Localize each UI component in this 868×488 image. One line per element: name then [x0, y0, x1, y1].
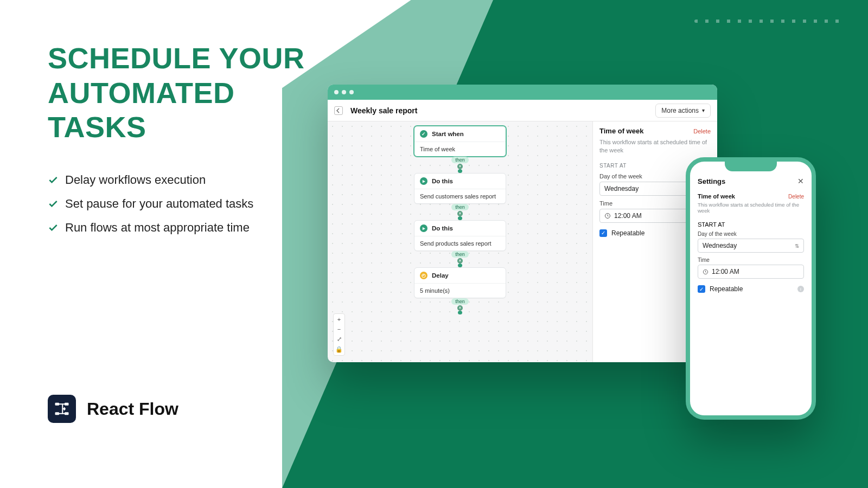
connector-label: then: [451, 298, 469, 305]
time-value: 12:00 AM: [614, 212, 642, 220]
back-button[interactable]: [334, 106, 343, 115]
flow-node-action[interactable]: ▸Do this Send products sales report: [414, 220, 506, 251]
remove-connector-icon[interactable]: ✕: [457, 164, 463, 169]
traffic-light-icon: [342, 90, 346, 94]
toolbar: Weekly sale report More actions ▾: [328, 100, 717, 121]
svg-rect-1: [65, 403, 69, 406]
day-label: Day of the week: [698, 231, 804, 237]
browser-window: Weekly sale report More actions ▾ ✓Start…: [328, 85, 717, 362]
window-chrome: [328, 85, 717, 100]
phone-subtitle: This workflow starts at scheduled time o…: [698, 202, 804, 214]
close-button[interactable]: ✕: [797, 177, 804, 185]
flow-connector: then ✕: [414, 251, 506, 267]
play-circle-icon: ▸: [420, 177, 427, 185]
time-value: 12:00 AM: [712, 268, 739, 275]
more-actions-button[interactable]: More actions ▾: [655, 104, 711, 118]
phone-title: Settings: [698, 177, 725, 185]
clock-icon: [703, 269, 709, 275]
remove-connector-icon[interactable]: ✕: [457, 258, 463, 264]
play-circle-icon: ▸: [420, 224, 427, 232]
check-icon: [48, 198, 59, 209]
connector-label: then: [451, 251, 469, 258]
node-subtitle: 5 minute(s): [414, 284, 506, 298]
repeatable-checkbox[interactable]: ✓ Repeatable i: [698, 285, 804, 293]
more-actions-label: More actions: [661, 107, 699, 114]
svg-rect-0: [55, 403, 60, 406]
clock-icon: ◴: [420, 272, 427, 279]
day-select[interactable]: Wednesday ⇅: [698, 239, 804, 253]
bullet-text: Delay workflows execution: [65, 173, 206, 187]
hero-bullets: Delay workflows execution Set pause for …: [48, 173, 305, 235]
check-circle-icon: ✓: [420, 130, 427, 138]
check-icon: [48, 222, 59, 233]
node-title: Do this: [432, 178, 453, 184]
connector-label: then: [451, 204, 469, 210]
flow-canvas[interactable]: ✓Start when Time of week then ✕ ▸Do this…: [328, 121, 592, 362]
day-value: Wednesday: [703, 242, 737, 249]
hero-line-3: TASKS: [48, 110, 305, 145]
flow-node-action[interactable]: ▸Do this Send customers sales report: [414, 173, 506, 204]
clock-icon: [604, 213, 611, 219]
brand-name: React Flow: [87, 399, 178, 419]
flow-connector: then ✕: [414, 204, 506, 220]
bullet-item: Run flows at most appropriate time: [48, 221, 305, 235]
flow-icon: [54, 401, 70, 417]
bullet-item: Set pause for your automated tasks: [48, 197, 305, 211]
connector-label: then: [451, 157, 469, 163]
phone-notch: [725, 162, 777, 171]
delete-button[interactable]: Delete: [788, 194, 804, 200]
brand-icon: [48, 395, 76, 423]
flow-connector: then ✕: [414, 298, 506, 314]
brand: React Flow: [48, 395, 178, 423]
zoom-in-button[interactable]: +: [337, 316, 341, 323]
remove-connector-icon[interactable]: ✕: [457, 305, 463, 311]
check-icon: [48, 175, 59, 185]
node-title: Delay: [432, 272, 449, 279]
phone-mockup: Settings ✕ Time of week Delete This work…: [686, 157, 816, 420]
hero-line-2: AUTOMATED: [48, 76, 305, 111]
fit-view-button[interactable]: ⤢: [337, 336, 342, 343]
checkbox-checked-icon: ✓: [698, 285, 705, 293]
select-caret-icon: ⇅: [795, 243, 799, 249]
flow-connector: then ✕: [414, 157, 506, 173]
flow-node-delay[interactable]: ◴Delay 5 minute(s): [414, 267, 506, 298]
node-subtitle: Send customers sales report: [414, 189, 506, 203]
info-icon[interactable]: i: [797, 286, 804, 292]
panel-subtitle: This workflow starts at scheduled time o…: [599, 138, 711, 155]
zoom-controls: + − ⤢ 🔒: [333, 313, 345, 356]
traffic-light-icon: [334, 90, 339, 94]
hero-heading: SCHEDULE YOUR AUTOMATED TASKS: [48, 41, 305, 145]
delete-button[interactable]: Delete: [693, 128, 711, 134]
zoom-out-button[interactable]: −: [337, 326, 341, 332]
repeatable-label: Repeatable: [611, 229, 644, 237]
svg-rect-2: [55, 412, 60, 415]
day-value: Wednesday: [604, 185, 639, 192]
decoration-dots: [694, 20, 846, 23]
panel-title: Time of week: [599, 127, 643, 135]
bullet-text: Set pause for your automated tasks: [65, 197, 253, 211]
node-title: Start when: [432, 131, 464, 137]
node-title: Do this: [432, 225, 453, 232]
time-input: 12:00 AM: [698, 265, 804, 279]
back-icon: [336, 108, 341, 113]
lock-button[interactable]: 🔒: [335, 346, 343, 353]
phone-card-title: Time of week: [698, 193, 735, 200]
svg-rect-3: [65, 412, 69, 415]
node-subtitle: Send products sales report: [414, 236, 506, 251]
page-title: Weekly sale report: [350, 106, 417, 115]
repeatable-label: Repeatable: [710, 285, 743, 293]
time-label: Time: [698, 257, 804, 263]
bullet-text: Run flows at most appropriate time: [65, 221, 250, 235]
hero-line-1: SCHEDULE YOUR: [48, 41, 305, 76]
bullet-item: Delay workflows execution: [48, 173, 305, 187]
checkbox-checked-icon: ✓: [599, 229, 607, 237]
traffic-light-icon: [349, 90, 354, 94]
flow-node-start[interactable]: ✓Start when Time of week: [414, 126, 506, 157]
node-subtitle: Time of week: [414, 142, 506, 156]
section-label: START AT: [698, 221, 804, 228]
chevron-down-icon: ▾: [702, 107, 705, 113]
remove-connector-icon[interactable]: ✕: [457, 211, 463, 216]
